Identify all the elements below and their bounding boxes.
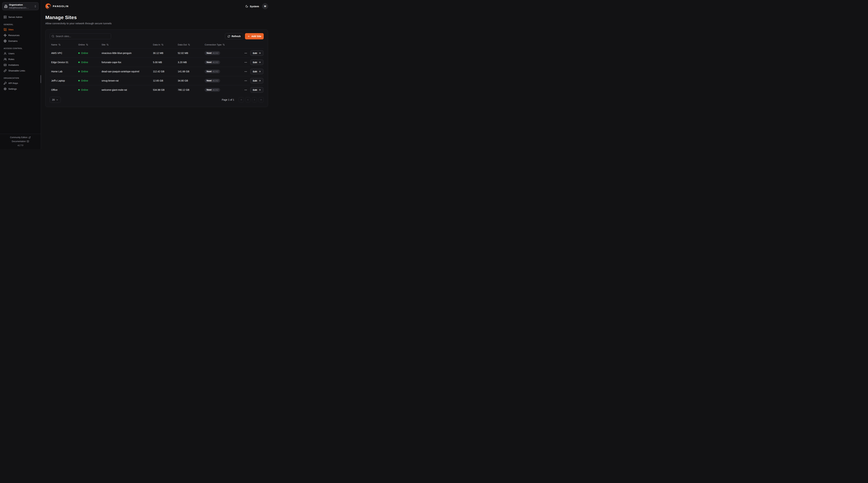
next-page-button[interactable] — [252, 97, 257, 102]
card-footer: 20 Page 1 of 1 — [50, 97, 264, 103]
status-label: Online — [81, 70, 88, 73]
sidebar-item-api-keys[interactable]: API Keys — [2, 80, 38, 86]
column-header-data-in[interactable]: Data In — [151, 43, 176, 46]
sidebar-item-roles[interactable]: Roles — [2, 56, 38, 62]
edit-button[interactable]: Edit — [250, 87, 264, 93]
brand-name: PANGOLIN — [53, 5, 69, 8]
search-icon — [52, 35, 54, 38]
connection-type-cell: Newtv1.3.2 — [203, 51, 241, 55]
first-page-button[interactable] — [239, 97, 244, 102]
refresh-button[interactable]: Refresh — [225, 33, 243, 39]
sidebar-item-label: Server Admin — [8, 16, 22, 19]
edit-button[interactable]: Edit — [250, 60, 264, 65]
sidebar-item-label: Users — [8, 52, 14, 55]
documentation-label: Documentation — [12, 140, 26, 142]
header-right: System M — [245, 3, 268, 9]
column-label: Site — [101, 43, 105, 46]
chevrons-right-icon — [260, 99, 262, 101]
connection-version: v1.3.2 — [213, 70, 218, 72]
connection-name: Newt — [207, 61, 212, 63]
theme-toggle[interactable]: System — [245, 5, 259, 8]
data-in-cell: 12.65 GB — [151, 79, 176, 82]
row-menu-button[interactable] — [244, 79, 248, 83]
row-menu-button[interactable] — [244, 88, 248, 92]
sidebar-item-domains[interactable]: Domains — [2, 38, 38, 44]
connection-badge: Newtv1.3.2 — [205, 51, 220, 55]
page-head: Manage Sites Allow connectivity to your … — [41, 9, 272, 25]
sidebar-item-label: API Keys — [8, 82, 18, 85]
sort-arrows-icon — [58, 43, 61, 46]
sidebar-item-users[interactable]: Users — [2, 51, 38, 56]
sidebar-item-label: Sites — [8, 28, 13, 31]
sidebar-footer: Community Edition Documentation v1.7.0 — [0, 134, 41, 149]
row-actions: Edit — [241, 78, 264, 84]
arrow-right-icon — [258, 52, 261, 54]
connection-type-cell: Newtv1.3.2 — [203, 70, 241, 73]
data-out-cell: 3.20 MB — [176, 61, 203, 64]
online-dot-icon — [78, 62, 80, 63]
sidebar-item-label: Roles — [8, 58, 14, 61]
connection-version: v1.3.2 — [213, 79, 218, 82]
row-actions: Edit — [241, 50, 264, 56]
column-header-connection-type[interactable]: Connection Type — [203, 43, 241, 46]
page-subtitle: Allow connectivity to your network throu… — [45, 22, 268, 25]
pangolin-logo-icon — [45, 3, 51, 9]
row-menu-button[interactable] — [244, 70, 248, 73]
data-out-cell: 34.80 GB — [176, 79, 203, 82]
site-slug-cell: fortunate-cape-fox — [100, 61, 151, 64]
avatar-initial: M — [264, 5, 266, 8]
sites-card: Refresh Add Site Name Online Site — [45, 30, 268, 107]
edit-button[interactable]: Edit — [250, 69, 264, 74]
external-link-icon — [28, 136, 31, 139]
avatar[interactable]: M — [262, 3, 268, 9]
page-size-select[interactable]: 20 — [50, 97, 61, 103]
sidebar-resize-handle[interactable] — [40, 75, 41, 83]
data-out-cell: 780.12 GB — [176, 89, 203, 91]
sidebar-item-sites[interactable]: Sites — [2, 27, 38, 32]
add-site-button[interactable]: Add Site — [245, 33, 264, 39]
connection-version: v1.3.2 — [213, 89, 218, 91]
status-label: Online — [81, 52, 88, 55]
sidebar-item-resources[interactable]: Resources — [2, 32, 38, 38]
connection-type-cell: Newtv1.3.2 — [203, 88, 241, 92]
connection-version: v1.3.2 — [213, 52, 218, 54]
version-label: v1.7.0 — [18, 144, 23, 147]
sidebar-item-settings[interactable]: Settings — [2, 86, 38, 92]
status-badge: Online — [77, 79, 100, 82]
sidebar-item-label: Shareable Links — [8, 69, 25, 72]
table-row: Home Lab Online dead-san-joaquin-antelop… — [50, 67, 264, 76]
chevron-left-icon — [247, 99, 249, 101]
org-switcher-texts: Organization milo@fossorial.io's ... — [9, 3, 32, 9]
sort-arrows-icon — [222, 43, 225, 46]
row-menu-button[interactable] — [244, 61, 248, 64]
search-input[interactable] — [50, 33, 111, 39]
users-icon — [4, 58, 7, 61]
online-dot-icon — [78, 80, 80, 82]
table-row: AWS VPC Online vivacious-little-blue-pen… — [50, 49, 264, 58]
documentation-link[interactable]: Documentation — [12, 140, 29, 142]
edit-label: Edit — [253, 52, 257, 55]
org-switcher[interactable]: Organization milo@fossorial.io's ... — [2, 2, 38, 10]
community-edition-link[interactable]: Community Edition — [10, 136, 31, 139]
page-size-value: 20 — [52, 98, 55, 101]
edit-button[interactable]: Edit — [250, 78, 264, 84]
section-label-access-control: ACCESS CONTROL — [4, 47, 37, 50]
chevron-down-icon — [56, 99, 58, 101]
column-header-data-out[interactable]: Data Out — [176, 43, 203, 46]
row-menu-button[interactable] — [244, 51, 248, 55]
column-header-site[interactable]: Site — [100, 43, 151, 46]
connection-badge: Newtv1.3.2 — [205, 79, 220, 83]
last-page-button[interactable] — [258, 97, 264, 102]
prev-page-button[interactable] — [245, 97, 250, 102]
edit-button[interactable]: Edit — [250, 50, 264, 56]
online-dot-icon — [78, 53, 80, 54]
sidebar-item-server-admin[interactable]: Server Admin — [2, 14, 38, 20]
column-label: Data In — [153, 43, 160, 46]
status-badge: Online — [77, 89, 100, 91]
sidebar-item-invitations[interactable]: Invitations — [2, 62, 38, 68]
column-header-name[interactable]: Name — [50, 43, 77, 46]
column-header-online[interactable]: Online — [77, 43, 100, 46]
ellipsis-icon — [244, 79, 247, 82]
edit-label: Edit — [253, 70, 257, 73]
sidebar-item-shareable-links[interactable]: Shareable Links — [2, 68, 38, 73]
